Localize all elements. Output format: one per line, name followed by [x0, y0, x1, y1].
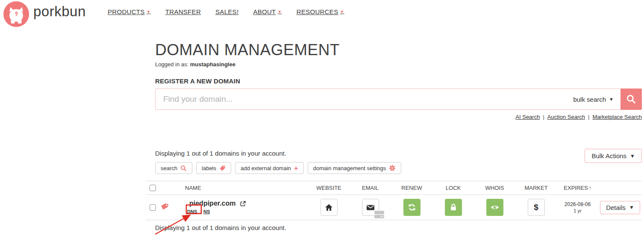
expires-cell: 2026-08-06 1 yr [557, 201, 598, 213]
external-link-icon[interactable] [240, 201, 246, 207]
expires-sort-control[interactable]: EXPIRES ↑ [564, 185, 591, 191]
nav-about-label: ABOUT [253, 8, 276, 15]
col-header-whois: WHOIS [474, 185, 515, 191]
domain-row: piedpiper.com DNS | NS [146, 195, 642, 220]
col-header-expires: EXPIRES ↑ [557, 185, 598, 191]
separator: | [543, 114, 544, 120]
nav-transfer-label: TRANSFER [165, 8, 201, 15]
market-button[interactable]: $ [528, 199, 545, 216]
col-header-name: NAME [159, 185, 308, 191]
chevron-down-icon: ▼ [609, 97, 614, 102]
main-nav: PRODUCTS▼ TRANSFER SALES! ABOUT▼ RESOURC… [108, 8, 344, 15]
dns-link[interactable]: DNS [187, 209, 197, 214]
logged-in-status: Logged in as: mustaphasinglee [155, 61, 235, 68]
nav-resources[interactable]: RESOURCES▼ [297, 8, 344, 15]
bulk-search-toggle[interactable]: bulk search ▼ [573, 88, 614, 110]
lock-icon [449, 203, 458, 212]
domains-table: NAME WEBSITE EMAIL RENEW LOCK WHOIS MARK… [146, 181, 642, 220]
domain-search-input[interactable] [155, 88, 642, 110]
bulk-search-label: bulk search [573, 96, 606, 103]
marketplace-search-link[interactable]: Marketplace Search [592, 114, 642, 120]
refresh-icon [408, 203, 416, 212]
domain-count-text-top: Displaying 1 out of 1 domains in your ac… [155, 150, 286, 157]
domain-quick-links: DNS | NS [187, 209, 246, 214]
sort-ascending-icon: ↑ [589, 185, 591, 191]
logged-in-prefix: Logged in as: [155, 61, 188, 68]
dollar-icon: $ [534, 203, 538, 212]
separator: | [200, 209, 201, 214]
search-icon [626, 94, 636, 104]
add-external-domain-label: add external domain [241, 165, 291, 171]
tag-icon[interactable] [160, 203, 168, 212]
register-domain-heading: REGISTER A NEW DOMAIN [155, 77, 240, 85]
add-external-domain-button[interactable]: add external domain + [235, 162, 304, 174]
labels-label: labels [202, 165, 216, 171]
table-header-row: NAME WEBSITE EMAIL RENEW LOCK WHOIS MARK… [146, 181, 642, 195]
expires-header-label: EXPIRES [564, 185, 588, 191]
nav-products-label: PRODUCTS [108, 8, 145, 15]
select-all-checkbox[interactable] [150, 185, 156, 191]
bulk-actions-label: Bulk Actions [591, 152, 626, 159]
porkbun-logo[interactable] [3, 1, 29, 27]
labels-button[interactable]: labels [196, 162, 231, 174]
ai-search-link[interactable]: AI Search [515, 114, 540, 120]
chevron-down-icon: ▼ [147, 9, 151, 14]
logged-in-username: mustaphasinglee [190, 61, 235, 68]
ns-link[interactable]: NS [203, 209, 210, 214]
domain-toolbar: search labels add external domain + doma… [155, 162, 401, 174]
bulk-actions-button[interactable]: Bulk Actions ▼ [585, 149, 642, 163]
email-button[interactable] [362, 199, 379, 216]
nav-resources-label: RESOURCES [297, 8, 338, 15]
details-label: Details [606, 204, 626, 211]
alt-search-links: AI Search|Auction Search|Marketplace Sea… [155, 114, 642, 120]
nav-sales[interactable]: SALES! [215, 8, 238, 15]
domain-count-text-bottom: Displaying 1 out of 1 domains in your ac… [155, 224, 286, 231]
chevron-down-icon: ▼ [278, 9, 282, 14]
search-label: search [161, 165, 177, 171]
row-checkbox[interactable] [150, 204, 156, 211]
envelope-icon [366, 204, 375, 211]
domain-name: piedpiper.com [189, 200, 235, 207]
col-header-lock: LOCK [432, 185, 474, 191]
house-icon [325, 204, 333, 212]
col-header-market: MARKET [515, 185, 557, 191]
eye-icon [490, 203, 500, 212]
domain-settings-button[interactable]: domain management settings [308, 162, 402, 174]
renew-button[interactable] [403, 199, 421, 216]
website-button[interactable] [321, 199, 338, 216]
col-header-renew: RENEW [391, 185, 432, 191]
separator: | [588, 114, 589, 120]
domain-name-cell: piedpiper.com DNS | NS [159, 200, 308, 215]
pig-icon [3, 1, 29, 27]
domain-search-bar: bulk search ▼ [155, 88, 642, 110]
expires-date: 2026-08-06 [565, 201, 591, 207]
nav-about[interactable]: ABOUT▼ [253, 8, 282, 15]
expires-term: 1 yr [573, 208, 581, 213]
details-button[interactable]: Details ▼ [600, 201, 640, 214]
col-header-email: EMAIL [350, 185, 391, 191]
nav-sales-label: SALES! [215, 8, 238, 15]
search-icon [180, 165, 187, 171]
search-domains-button[interactable]: search [155, 162, 192, 174]
email-servers-icon [374, 210, 385, 220]
auction-search-link[interactable]: Auction Search [547, 114, 585, 120]
lock-button[interactable] [445, 199, 462, 216]
nav-transfer[interactable]: TRANSFER [165, 8, 201, 15]
col-header-website: WEBSITE [308, 185, 350, 191]
whois-button[interactable] [486, 199, 503, 216]
chevron-down-icon: ▼ [630, 153, 635, 159]
search-submit-button[interactable] [620, 88, 642, 110]
plus-icon: + [294, 165, 298, 172]
tag-icon [219, 165, 226, 171]
brand-name[interactable]: porkbun [33, 3, 86, 20]
chevron-down-icon: ▼ [340, 9, 344, 14]
domain-settings-label: domain management settings [313, 165, 386, 171]
page-title: DOMAIN MANAGEMENT [155, 41, 340, 59]
nav-products[interactable]: PRODUCTS▼ [108, 8, 151, 15]
chevron-down-icon: ▼ [629, 204, 634, 210]
gear-icon [389, 165, 396, 171]
